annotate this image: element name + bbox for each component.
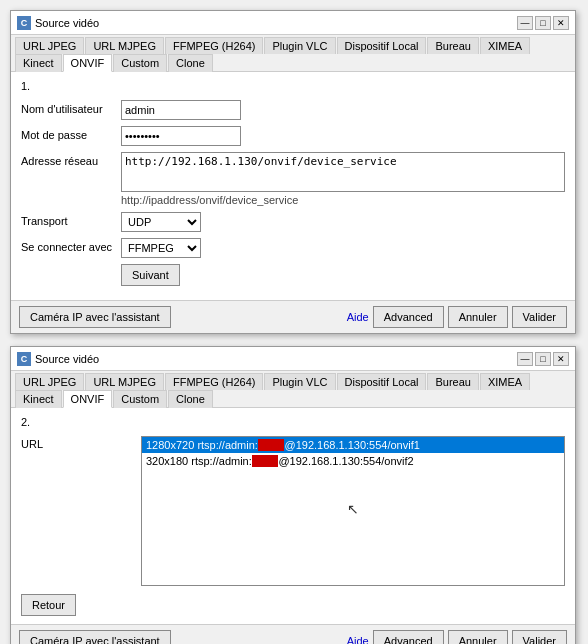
tab-url-jpeg[interactable]: URL JPEG (15, 373, 84, 390)
tab-ffmpeg--h264-[interactable]: FFMPEG (H264) (165, 373, 264, 390)
url-label: URL (21, 436, 81, 450)
password-control (121, 126, 565, 146)
tab-kinect[interactable]: Kinect (15, 390, 62, 408)
cursor-icon: ↖ (347, 501, 359, 517)
close-button1[interactable]: ✕ (553, 16, 569, 30)
connect-control: FFMPEG VLC (121, 238, 565, 258)
next-spacer (21, 264, 121, 267)
url-list-item-1[interactable]: 1280x720 rtsp://admin:■■■■@192.168.1.130… (142, 437, 564, 453)
tab-clone[interactable]: Clone (168, 54, 213, 72)
address-textarea[interactable]: http://192.168.1.130/onvif/device_servic… (121, 152, 565, 192)
tab-onvif[interactable]: ONVIF (63, 54, 113, 72)
section-number1: 1. (21, 80, 565, 92)
aide-link1[interactable]: Aide (347, 311, 369, 323)
password-input[interactable] (121, 126, 241, 146)
tab-url-jpeg[interactable]: URL JPEG (15, 37, 84, 54)
window2-footer: Caméra IP avec l'assistant Aide Advanced… (11, 624, 575, 644)
tab-ffmpeg--h264-[interactable]: FFMPEG (H264) (165, 37, 264, 54)
aide-link2[interactable]: Aide (347, 635, 369, 644)
window1-title: Source vidéo (35, 17, 99, 29)
window2: C Source vidéo — □ ✕ URL JPEGURL MJPEGFF… (10, 346, 576, 644)
tab-clone[interactable]: Clone (168, 390, 213, 408)
password-row: Mot de passe (21, 126, 565, 146)
window1: C Source vidéo — □ ✕ URL JPEGURL MJPEGFF… (10, 10, 576, 334)
back-row: Retour (21, 594, 565, 616)
window1-content: 1. Nom d'utilisateur Mot de passe Adress… (11, 72, 575, 300)
url-item1-suffix: @192.168.1.130:554/onvif1 (284, 439, 419, 451)
url-item1-prefix: 1280x720 rtsp://admin: (146, 439, 258, 451)
tab-url-mjpeg[interactable]: URL MJPEG (85, 373, 164, 390)
maximize-button2[interactable]: □ (535, 352, 551, 366)
address-hint: http://ipaddress/onvif/device_service (121, 194, 565, 206)
cancel-button2[interactable]: Annuler (448, 630, 508, 644)
connect-label: Se connecter avec (21, 238, 121, 253)
assistant-button1[interactable]: Caméra IP avec l'assistant (19, 306, 171, 328)
app-icon1: C (17, 16, 31, 30)
tab-bureau[interactable]: Bureau (427, 37, 478, 54)
tab-plugin-vlc[interactable]: Plugin VLC (264, 373, 335, 390)
tab-custom[interactable]: Custom (113, 390, 167, 408)
window2-content: 2. URL 1280x720 rtsp://admin:■■■■@192.16… (11, 408, 575, 624)
url-list: 1280x720 rtsp://admin:■■■■@192.168.1.130… (142, 437, 564, 469)
window2-title: Source vidéo (35, 353, 99, 365)
back-button[interactable]: Retour (21, 594, 76, 616)
transport-row: Transport UDP TCP HTTP (21, 212, 565, 232)
tab-ximea[interactable]: XIMEA (480, 373, 530, 390)
url-item2-redacted: ■■■■ (252, 455, 279, 467)
tab-custom[interactable]: Custom (113, 54, 167, 72)
url-item1-redacted: ■■■■ (258, 439, 285, 451)
url-list-item-2[interactable]: 320x180 rtsp://admin:■■■■@192.168.1.130:… (142, 453, 564, 469)
address-control: http://192.168.1.130/onvif/device_servic… (121, 152, 565, 206)
tab-bar1: URL JPEGURL MJPEGFFMPEG (H264)Plugin VLC… (11, 35, 575, 72)
minimize-button1[interactable]: — (517, 16, 533, 30)
titlebar1: C Source vidéo — □ ✕ (11, 11, 575, 35)
assistant-button2[interactable]: Caméra IP avec l'assistant (19, 630, 171, 644)
url-item2-suffix: @192.168.1.130:554/onvif2 (278, 455, 413, 467)
validate-button1[interactable]: Valider (512, 306, 567, 328)
cursor-area: ↖ (142, 469, 564, 549)
tab-plugin-vlc[interactable]: Plugin VLC (264, 37, 335, 54)
cancel-button1[interactable]: Annuler (448, 306, 508, 328)
url-list-container: 1280x720 rtsp://admin:■■■■@192.168.1.130… (141, 436, 565, 586)
username-label: Nom d'utilisateur (21, 100, 121, 115)
section-number2: 2. (21, 416, 565, 428)
username-control (121, 100, 565, 120)
url-item2-prefix: 320x180 rtsp://admin: (146, 455, 252, 467)
url-row: URL 1280x720 rtsp://admin:■■■■@192.168.1… (21, 436, 565, 586)
address-row: Adresse réseau http://192.168.1.130/onvi… (21, 152, 565, 206)
address-label: Adresse réseau (21, 152, 121, 167)
titlebar2-left: C Source vidéo (17, 352, 99, 366)
password-label: Mot de passe (21, 126, 121, 141)
titlebar2: C Source vidéo — □ ✕ (11, 347, 575, 371)
next-button[interactable]: Suivant (121, 264, 180, 286)
tab-onvif[interactable]: ONVIF (63, 390, 113, 408)
tab-ximea[interactable]: XIMEA (480, 37, 530, 54)
close-button2[interactable]: ✕ (553, 352, 569, 366)
tab-dispositif-local[interactable]: Dispositif Local (337, 373, 427, 390)
tab-bureau[interactable]: Bureau (427, 373, 478, 390)
validate-button2[interactable]: Valider (512, 630, 567, 644)
advanced-button1[interactable]: Advanced (373, 306, 444, 328)
transport-label: Transport (21, 212, 121, 227)
footer2-right: Aide Advanced Annuler Valider (347, 630, 567, 644)
connect-row: Se connecter avec FFMPEG VLC (21, 238, 565, 258)
tab-url-mjpeg[interactable]: URL MJPEG (85, 37, 164, 54)
transport-control: UDP TCP HTTP (121, 212, 565, 232)
tab-dispositif-local[interactable]: Dispositif Local (337, 37, 427, 54)
maximize-button1[interactable]: □ (535, 16, 551, 30)
username-input[interactable] (121, 100, 241, 120)
window1-footer: Caméra IP avec l'assistant Aide Advanced… (11, 300, 575, 333)
footer1-right: Aide Advanced Annuler Valider (347, 306, 567, 328)
advanced-button2[interactable]: Advanced (373, 630, 444, 644)
footer2-left: Caméra IP avec l'assistant (19, 630, 171, 644)
app-icon2: C (17, 352, 31, 366)
titlebar2-controls: — □ ✕ (517, 352, 569, 366)
titlebar1-controls: — □ ✕ (517, 16, 569, 30)
next-control: Suivant (121, 264, 565, 286)
titlebar1-left: C Source vidéo (17, 16, 99, 30)
connect-select[interactable]: FFMPEG VLC (121, 238, 201, 258)
footer1-left: Caméra IP avec l'assistant (19, 306, 171, 328)
transport-select[interactable]: UDP TCP HTTP (121, 212, 201, 232)
minimize-button2[interactable]: — (517, 352, 533, 366)
tab-kinect[interactable]: Kinect (15, 54, 62, 72)
